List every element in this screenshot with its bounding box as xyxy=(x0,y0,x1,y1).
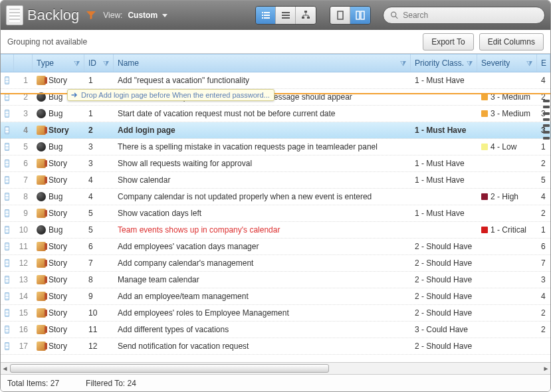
drag-handle[interactable] xyxy=(1,126,14,134)
drag-handle[interactable] xyxy=(1,159,14,167)
edit-columns-button[interactable]: Edit Columns xyxy=(479,33,544,50)
cell-estimate: 1 xyxy=(537,142,550,151)
table-row[interactable]: 15Story10Add employees' roles to Employe… xyxy=(1,305,550,322)
cell-type: Story xyxy=(33,242,84,251)
row-number: 14 xyxy=(14,292,33,301)
page-title: Backlog xyxy=(27,7,79,24)
drag-handle[interactable] xyxy=(1,143,14,151)
col-name[interactable]: Name⧩ xyxy=(114,54,411,72)
table-row[interactable]: 5Bug3There is a spelling mistake in vaca… xyxy=(1,139,550,155)
svg-rect-4 xyxy=(262,17,263,19)
story-icon xyxy=(37,308,46,318)
grid-body[interactable]: Drop Add login page before When the ente… xyxy=(1,72,550,362)
row-number: 3 xyxy=(14,109,33,118)
search-input[interactable] xyxy=(403,11,538,20)
cell-estimate: 2 xyxy=(537,209,550,218)
col-type[interactable]: Type⧩ xyxy=(33,54,84,72)
svg-rect-3 xyxy=(264,15,270,16)
filtered-items: Filtered To: 24 xyxy=(86,379,136,388)
search-box[interactable] xyxy=(383,7,545,24)
col-id[interactable]: ID⧩ xyxy=(84,54,114,72)
table-row[interactable]: 17Story12Send notification for vacation … xyxy=(1,338,550,355)
drag-handle[interactable] xyxy=(1,276,14,284)
table-row[interactable]: 1Story1Add "request a vacation" function… xyxy=(1,72,550,89)
table-row[interactable]: 3Bug1Start date of vacation request must… xyxy=(1,106,550,122)
cell-estimate: 1 xyxy=(537,225,550,235)
cell-type: Bug xyxy=(33,192,84,201)
filter-icon[interactable]: ⧩ xyxy=(103,59,109,68)
col-rownum xyxy=(14,54,33,72)
story-icon xyxy=(37,325,46,334)
cell-name: Add login page xyxy=(114,126,411,135)
table-row[interactable]: 7Story4Show calendar1 - Must Have5 xyxy=(1,172,550,189)
row-number: 8 xyxy=(14,192,33,201)
cell-severity: 3 - Medium xyxy=(477,109,537,118)
drag-handle[interactable] xyxy=(1,292,14,300)
cell-priority: 3 - Could Have xyxy=(411,325,477,334)
filter-icon[interactable] xyxy=(86,10,96,21)
side-scrubber[interactable] xyxy=(543,100,550,140)
table-row[interactable]: 14Story9Add an employee/team management2… xyxy=(1,288,550,305)
split-column-button[interactable] xyxy=(350,7,370,24)
tree-view-button[interactable] xyxy=(296,7,316,24)
view-dropdown[interactable]: Custom xyxy=(126,11,167,20)
drag-tooltip: Drop Add login page before When the ente… xyxy=(67,89,275,101)
view-mode-group-2 xyxy=(330,6,371,25)
story-icon xyxy=(37,159,46,168)
drag-handle[interactable] xyxy=(1,309,14,317)
cell-name: Show all requests waiting for approval xyxy=(114,159,411,168)
cell-name: Add "request a vacation" functionality xyxy=(114,76,411,85)
filter-icon[interactable]: ⧩ xyxy=(467,59,473,68)
drag-handle[interactable] xyxy=(1,110,14,118)
compact-view-button[interactable] xyxy=(276,7,296,24)
list-view-button[interactable] xyxy=(256,7,276,24)
total-items: Total Items: 27 xyxy=(7,379,59,388)
cell-name: Add different types of vacations xyxy=(114,325,411,334)
story-icon xyxy=(37,175,46,185)
story-icon xyxy=(37,126,46,135)
table-row[interactable]: 8Bug4Company calendar is not updated pro… xyxy=(1,189,550,205)
drag-handle[interactable] xyxy=(1,176,14,184)
table-row[interactable]: 4Story2Add login page1 - Must Have3 xyxy=(1,122,550,139)
table-row[interactable]: 9Story5Show vacation days left1 - Must H… xyxy=(1,205,550,222)
scroll-right-button[interactable]: ► xyxy=(542,364,550,373)
single-column-button[interactable] xyxy=(330,7,350,24)
drag-handle[interactable] xyxy=(1,259,14,267)
drag-handle[interactable] xyxy=(1,226,14,234)
cell-id: 5 xyxy=(84,209,114,218)
table-row[interactable]: 16Story11Add different types of vacation… xyxy=(1,322,550,338)
search-icon xyxy=(390,11,399,20)
cell-id: 4 xyxy=(84,175,114,185)
drag-handle[interactable] xyxy=(1,326,14,334)
filter-icon[interactable]: ⧩ xyxy=(526,59,532,68)
drag-handle[interactable] xyxy=(1,243,14,250)
backlog-icon xyxy=(6,5,23,25)
col-severity[interactable]: Severity⧩ xyxy=(477,54,537,72)
scroll-left-button[interactable]: ◄ xyxy=(1,364,9,373)
story-icon xyxy=(37,209,46,218)
cell-type: Story xyxy=(33,126,84,135)
table-row[interactable]: 11Story6Add employees' vacation days man… xyxy=(1,239,550,255)
table-row[interactable]: 13Story8Manage team calendar2 - Should H… xyxy=(1,272,550,288)
drag-handle[interactable] xyxy=(1,342,14,350)
severity-swatch xyxy=(481,110,488,117)
svg-rect-0 xyxy=(262,12,263,13)
col-est[interactable]: E xyxy=(537,54,550,72)
svg-rect-7 xyxy=(282,15,290,16)
export-button[interactable]: Export To xyxy=(423,33,473,50)
scroll-thumb[interactable] xyxy=(10,364,329,373)
caret-down-icon xyxy=(162,14,167,17)
cell-name: Show calendar xyxy=(114,175,411,185)
view-mode-group-1 xyxy=(255,6,316,25)
col-priority[interactable]: Priority Class.⧩ xyxy=(411,54,477,72)
table-row[interactable]: 12Story7Add company calendar's managemen… xyxy=(1,255,550,272)
table-row[interactable]: 6Story3Show all requests waiting for app… xyxy=(1,155,550,172)
drag-handle[interactable] xyxy=(1,76,14,84)
drag-handle[interactable] xyxy=(1,193,14,201)
svg-point-15 xyxy=(391,12,396,17)
filter-icon[interactable]: ⧩ xyxy=(74,59,80,68)
horizontal-scrollbar[interactable]: ◄ ► xyxy=(1,362,550,374)
filter-icon[interactable]: ⧩ xyxy=(400,59,406,68)
table-row[interactable]: 10Bug5Team events shows up in company's … xyxy=(1,222,550,239)
drag-handle[interactable] xyxy=(1,209,14,217)
